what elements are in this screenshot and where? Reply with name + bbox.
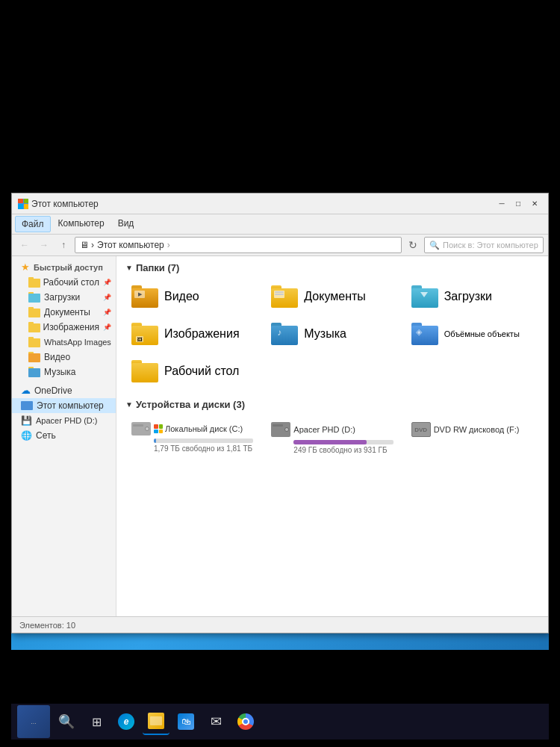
folder-desktop[interactable]: Рабочий стол xyxy=(125,356,259,387)
device-c-progress-bar xyxy=(154,438,253,443)
device-d-drive[interactable]: Apacer PHD (D:) 249 ГБ свободно из 931 Г… xyxy=(265,418,399,459)
folders-section-header: ▼ Папки (7) xyxy=(125,262,539,273)
folder-images[interactable]: 🖼 Изображения xyxy=(125,318,259,350)
device-dvd-name: DVD RW дисковод (F:) xyxy=(434,425,520,434)
taskbar-taskview-button[interactable]: ⊞ xyxy=(83,708,110,735)
folder-documents-name: Документы xyxy=(304,290,365,303)
sidebar-item-whatsapp[interactable]: WhatsApp Images xyxy=(12,335,116,350)
device-c-drive[interactable]: Локальный диск (C:) 1,79 ТБ свободно из … xyxy=(125,418,259,459)
drive-icon-sm: 💾 xyxy=(21,415,32,426)
device-dvd-header: DVD DVD RW дисковод (F:) xyxy=(411,422,520,437)
menu-bar: Файл Компьютер Вид xyxy=(12,214,548,234)
network-icon-sm: 🌐 xyxy=(21,430,32,441)
menu-view[interactable]: Вид xyxy=(112,216,140,232)
sidebar: ★ Быстрый доступ Рабочий стол 📌 Загрузки… xyxy=(12,256,116,616)
devices-section-header: ▼ Устройства и диски (3) xyxy=(125,399,539,410)
title-bar: Этот компьютер ─ □ ✕ xyxy=(12,193,548,214)
forward-button[interactable]: → xyxy=(36,237,52,253)
folders-header-text: Папки (7) xyxy=(136,262,179,273)
sidebar-item-desktop[interactable]: Рабочий стол 📌 xyxy=(12,275,116,290)
folders-chevron: ▼ xyxy=(125,264,133,272)
taskbar-search-button[interactable]: 🔍 xyxy=(53,708,80,735)
menu-file[interactable]: Файл xyxy=(15,216,51,232)
ribbon: Файл Компьютер Вид xyxy=(12,214,548,235)
pin-icon-downloads: 📌 xyxy=(103,294,111,301)
sidebar-music-label: Музыка xyxy=(44,367,75,377)
sidebar-item-music[interactable]: Музыка xyxy=(12,365,116,379)
device-c-header: Локальный диск (C:) xyxy=(131,422,243,436)
device-d-name: Apacer PHD (D:) xyxy=(293,425,355,434)
title-bar-controls: ─ □ ✕ xyxy=(494,197,542,211)
folder-3d-name: Объёмные объекты xyxy=(444,329,520,338)
sidebar-downloads-label: Загрузки xyxy=(44,292,80,303)
address-chevron: › xyxy=(167,240,170,250)
sidebar-item-onedrive[interactable]: ☁ OneDrive xyxy=(12,382,116,398)
device-d-progress-fill xyxy=(293,440,366,444)
taskbar-chrome-button[interactable] xyxy=(232,708,259,735)
close-button[interactable]: ✕ xyxy=(527,197,542,211)
back-button[interactable]: ← xyxy=(16,237,33,253)
black-right-bar xyxy=(549,0,560,747)
sidebar-item-downloads[interactable]: Загрузки 📌 xyxy=(12,290,116,305)
pin-icon-images: 📌 xyxy=(103,323,111,331)
maximize-button[interactable]: □ xyxy=(511,197,526,211)
refresh-button[interactable]: ↻ xyxy=(405,237,421,253)
status-bar: Элементов: 10 xyxy=(12,616,548,633)
device-c-info: 1,79 ТБ свободно из 1,81 ТБ xyxy=(154,444,253,453)
devices-chevron: ▼ xyxy=(125,400,133,409)
sidebar-whatsapp-label: WhatsApp Images xyxy=(44,338,111,347)
folder-music-name: Музыка xyxy=(304,327,346,341)
device-c-progress-fill xyxy=(154,438,156,443)
device-dvd-drive[interactable]: DVD DVD RW дисковод (F:) xyxy=(405,418,539,459)
folder-music[interactable]: ♪ Музыка xyxy=(265,318,399,350)
taskbar-store-button[interactable]: 🛍 xyxy=(172,708,199,735)
device-d-header: Apacer PHD (D:) xyxy=(271,422,355,437)
taskbar-edge-button[interactable]: e xyxy=(113,708,140,735)
cloud-icon: ☁ xyxy=(21,385,31,396)
address-path-text: › xyxy=(91,240,94,250)
device-c-name: Локальный диск (C:) xyxy=(165,424,243,433)
main-content: ★ Быстрый доступ Рабочий стол 📌 Загрузки… xyxy=(12,256,548,616)
search-placeholder: Поиск в: Этот компьютер xyxy=(443,241,538,249)
folder-3d[interactable]: ◈ Объёмные объекты xyxy=(405,318,539,350)
address-bar: ← → ↑ 🖥 › Этот компьютер › ↻ 🔍 Поиск в: … xyxy=(12,235,548,256)
folder-downloads-name: Загрузки xyxy=(444,290,492,303)
pin-icon-desktop: 📌 xyxy=(103,279,111,286)
device-d-progress-bar xyxy=(293,440,393,444)
up-button[interactable]: ↑ xyxy=(55,237,72,253)
sidebar-item-documents[interactable]: Документы 📌 xyxy=(12,305,116,320)
taskbar-explorer-button[interactable] xyxy=(143,708,169,735)
taskbar: ... 🔍 ⊞ e 🛍 ✉ xyxy=(11,704,549,740)
address-text: Этот компьютер xyxy=(97,240,164,250)
sidebar-item-images[interactable]: Изображения 📌 xyxy=(12,320,116,335)
sidebar-item-quick-access: ★ Быстрый доступ xyxy=(12,259,116,275)
sidebar-item-computer[interactable]: Этот компьютер xyxy=(12,398,116,413)
folder-video[interactable]: ▶ Видео xyxy=(125,281,259,312)
device-d-info: 249 ГБ свободно из 931 ГБ xyxy=(293,446,393,454)
devices-header-text: Устройства и диски (3) xyxy=(136,399,245,410)
folders-grid: ▶ Видео Документы xyxy=(125,281,539,387)
content-area: ▼ Папки (7) ▶ Видео xyxy=(116,256,548,616)
explorer-window: Этот компьютер ─ □ ✕ Файл Компьютер Вид … xyxy=(11,193,549,633)
black-top-bar xyxy=(0,0,560,194)
folder-documents[interactable]: Документы xyxy=(265,281,399,312)
sidebar-item-network[interactable]: 🌐 Сеть xyxy=(12,428,116,443)
folder-desktop-name: Рабочий стол xyxy=(164,365,239,378)
address-path[interactable]: 🖥 › Этот компьютер › xyxy=(75,237,402,253)
sidebar-item-video[interactable]: Видео xyxy=(12,350,116,365)
title-bar-icon xyxy=(18,199,28,209)
sidebar-onedrive-label: OneDrive xyxy=(34,385,72,396)
search-box[interactable]: 🔍 Поиск в: Этот компьютер xyxy=(424,237,544,253)
quick-access-label[interactable]: Быстрый доступ xyxy=(34,263,103,272)
computer-icon-addr: 🖥 xyxy=(80,240,89,250)
folder-downloads[interactable]: Загрузки xyxy=(405,281,539,312)
sidebar-item-apacer[interactable]: 💾 Apacer PHD (D:) xyxy=(12,413,116,428)
minimize-button[interactable]: ─ xyxy=(494,197,509,211)
sidebar-computer-label: Этот компьютер xyxy=(37,400,104,411)
devices-grid: Локальный диск (C:) 1,79 ТБ свободно из … xyxy=(125,418,539,459)
taskbar-thumbnail: ... xyxy=(17,705,50,738)
menu-computer[interactable]: Компьютер xyxy=(52,216,111,232)
folder-video-name: Видео xyxy=(164,290,199,303)
sidebar-images-label: Изображения xyxy=(43,322,99,332)
taskbar-mail-button[interactable]: ✉ xyxy=(202,708,229,735)
